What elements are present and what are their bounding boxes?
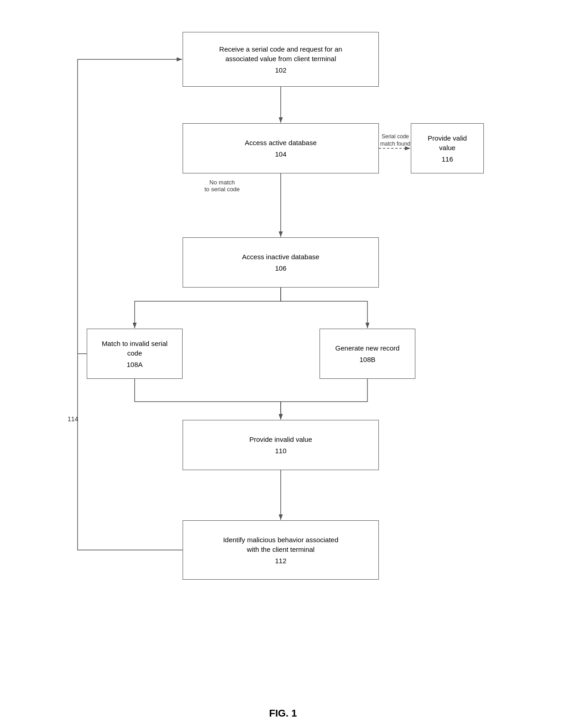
box-106: Access inactive database 106 (183, 237, 379, 288)
box-116: Provide valid value 116 (411, 123, 484, 173)
box-104: Access active database 104 (183, 123, 379, 173)
flowchart-diagram: Receive a serial code and request for an… (64, 18, 502, 694)
box-102: Receive a serial code and request for an… (183, 32, 379, 87)
box-112: Identify malicious behavior associated w… (183, 520, 379, 580)
box-110: Provide invalid value 110 (183, 420, 379, 470)
label-no-match: No match to serial code (204, 179, 240, 193)
figure-label: FIG. 1 (269, 707, 297, 719)
label-serial-match: Serial code match found (379, 133, 412, 147)
box-108a: Match to invalid serial code 108A (87, 329, 183, 379)
label-114: 114 (68, 415, 78, 423)
box-108b: Generate new record 108B (320, 329, 415, 379)
